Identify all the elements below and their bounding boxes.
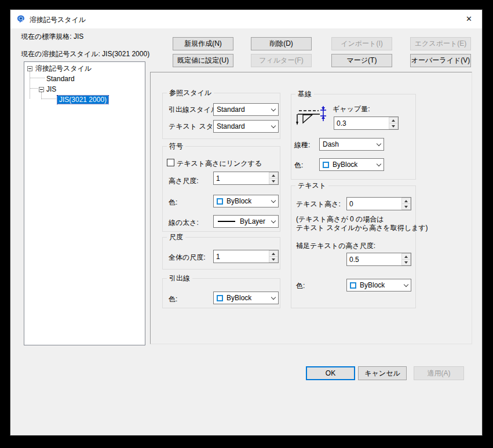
group-title: 符号 [167,142,185,150]
linetype-value: Dash [323,140,339,148]
supplementary-scale-spinner[interactable] [346,253,411,266]
baseline-color-combobox[interactable]: ByBlock [319,158,384,171]
close-icon[interactable]: ✕ [456,10,482,28]
tree-item-standard[interactable]: Standard [46,74,75,83]
group-title: 引出線 [167,274,192,282]
spin-down-button[interactable] [389,123,398,129]
cancel-button[interactable]: キャンセル [358,366,407,380]
tree-item-jis[interactable]: JIS [46,85,56,94]
spin-down-button[interactable] [401,260,411,265]
chevron-down-icon [271,198,276,202]
baseline-color-value: ByBlock [333,161,357,169]
merge-button[interactable]: マージ(T) [331,54,392,67]
color-swatch [217,198,223,205]
group-title: テキスト [295,181,328,190]
link-text-height-label[interactable]: テキスト高さにリンクする [177,159,262,169]
settings-panel: 参照スタイル 引出線スタイル: Standard テキスト スタイル: Stan… [150,72,472,344]
leader-style-value: Standard [217,105,245,114]
gap-amount-input[interactable] [334,117,388,129]
filter-button: フィルター(F) [251,54,312,67]
tree-connector [30,88,38,89]
lineweight-value: ByLayer [240,217,265,225]
new-button[interactable]: 新規作成(N) [173,37,233,50]
tree-connector [30,71,30,99]
gap-amount-spinner[interactable] [334,116,399,130]
lineweight-combobox[interactable]: ByLayer [213,215,279,228]
text-height-spinner[interactable] [346,197,411,210]
import-button: インポート(I) [331,37,392,50]
symbol-color-label: 色: [169,198,177,207]
color-swatch [217,295,223,301]
supplementary-scale-label: 補足テキストの高さ尺度: [296,241,375,251]
spin-up-button[interactable] [269,172,278,179]
text-height-note-line2: テキスト スタイルから高さを取得します) [296,223,428,233]
baseline-group: 基線 ギャップ量: [291,94,416,180]
leader-color-value: ByBlock [227,294,251,302]
spin-down-button[interactable] [269,257,278,263]
ok-button[interactable]: OK [306,366,355,380]
supplementary-scale-input[interactable] [347,253,401,265]
tree-item-root[interactable]: 溶接記号スタイル [35,64,92,73]
lineweight-sample-icon [218,221,235,222]
spin-up-button[interactable] [269,250,278,257]
spin-down-button[interactable] [401,204,411,210]
style-tree[interactable]: 溶接記号スタイル Standard JIS JIS(3021 2000) [24,61,145,345]
collapse-icon[interactable] [39,87,44,92]
text-style-combobox[interactable]: Standard [213,120,279,133]
export-button: エクスポート(E) [410,37,471,50]
linetype-label: 線種: [294,140,310,150]
chevron-down-icon [271,106,276,111]
collapse-icon[interactable] [27,66,32,71]
tree-connector [42,99,56,99]
overall-scale-spinner[interactable] [213,250,279,263]
set-default-button[interactable]: 既定値に設定(U) [173,54,233,67]
leader-color-combobox[interactable]: ByBlock [213,292,279,304]
text-color-label: 色: [296,281,305,291]
text-color-value: ByBlock [360,281,385,289]
welding-symbol-style-dialog: 溶接記号スタイル ✕ 現在の標準規格: JIS 現在の溶接記号スタイル: JIS… [10,9,483,436]
lineweight-label: 線の太さ: [169,218,199,228]
linetype-combobox[interactable]: Dash [319,138,384,151]
overall-scale-label: 全体の尺度: [169,253,206,263]
spin-up-button[interactable] [389,117,398,123]
leader-style-combobox[interactable]: Standard [213,103,279,116]
height-scale-label: 高さ尺度: [169,176,199,186]
leader-color-label: 色: [169,294,177,304]
height-scale-spinner[interactable] [213,172,279,185]
chevron-down-icon [377,161,381,166]
text-height-input[interactable] [347,198,401,210]
chevron-down-icon [404,282,408,286]
spin-down-button[interactable] [269,179,278,184]
reference-style-group: 参照スタイル 引出線スタイル: Standard テキスト スタイル: Stan… [162,93,280,139]
symbol-color-value: ByBlock [227,197,251,205]
scale-group: 尺度 全体の尺度: [162,237,280,269]
text-group: テキスト テキスト高さ: (テキスト高さが 0 の場合は テキスト スタイルから… [291,185,416,308]
current-style-label: 現在の溶接記号スタイル: JIS(3021 2000) [21,49,149,59]
chevron-down-icon [271,294,276,299]
dialog-title: 溶接記号スタイル [30,15,86,25]
color-swatch [350,282,356,289]
apply-button: 適用(A) [414,366,464,380]
baseline-color-label: 色: [294,161,303,170]
chevron-down-icon [377,141,381,145]
text-color-combobox[interactable]: ByBlock [346,279,411,292]
tree-item-jis3021-selected[interactable]: JIS(3021 2000) [57,96,108,104]
link-text-height-checkbox[interactable] [167,159,174,166]
symbol-color-combobox[interactable]: ByBlock [213,195,279,207]
text-style-value: Standard [217,122,245,130]
override-button[interactable]: オーバーライド(V) [410,54,471,67]
gap-amount-label: ギャップ量: [333,104,370,114]
leader-style-label: 引出線スタイル: [169,105,220,115]
color-swatch [323,162,329,168]
text-height-label: テキスト高さ: [296,199,341,209]
group-title: 尺度 [167,233,185,241]
overall-scale-input[interactable] [214,250,268,263]
delete-button[interactable]: 削除(D) [251,37,312,50]
tree-connector [30,78,45,78]
title-bar: 溶接記号スタイル ✕ [10,10,482,28]
app-icon [16,14,25,24]
height-scale-input[interactable] [214,172,268,184]
chevron-down-icon [271,123,276,128]
spin-up-button[interactable] [401,198,411,204]
spin-up-button[interactable] [401,253,411,260]
